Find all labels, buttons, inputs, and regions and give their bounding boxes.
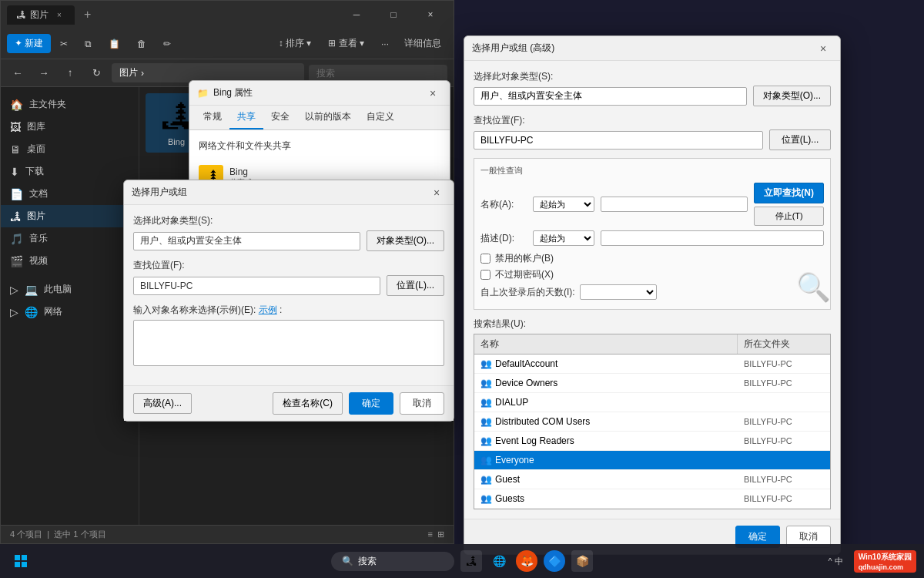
- bing-tab-security[interactable]: 安全: [263, 106, 297, 129]
- paste-button[interactable]: 📋: [101, 35, 128, 52]
- results-row[interactable]: 👥 Everyone: [474, 451, 830, 470]
- adv-location-row: 查找位置(F): 位置(L)...: [474, 114, 831, 150]
- results-cell-location: BILLYFU-PC: [738, 435, 830, 447]
- taskbar-icon-2[interactable]: 🌐: [488, 550, 510, 572]
- user-select-small-close[interactable]: ×: [427, 183, 446, 202]
- results-row[interactable]: 👥 Distributed COM Users BILLYFU-PC: [474, 412, 830, 432]
- desc-query-input[interactable]: [601, 230, 824, 246]
- adv-location-btn[interactable]: 位置(L)...: [769, 129, 831, 150]
- taskbar-icon-4[interactable]: 🔷: [544, 550, 565, 572]
- adv-location-input[interactable]: [474, 131, 763, 150]
- location-btn[interactable]: 位置(L)...: [387, 275, 444, 296]
- stop-btn[interactable]: 停止(T): [754, 207, 824, 226]
- explorer-tab[interactable]: 🏞 图片 ×: [7, 5, 75, 25]
- col-location-header[interactable]: 所在文件夹: [738, 334, 830, 354]
- bing-title-icon: 📁: [197, 88, 209, 99]
- results-cell-location: [738, 459, 830, 462]
- music-icon: 🎵: [10, 233, 23, 245]
- sidebar-item-documents[interactable]: 📄 文档: [1, 183, 139, 205]
- advanced-btn[interactable]: 高级(A)...: [133, 393, 192, 414]
- sidebar: 🏠 主文件夹 🖼 图库 🖥 桌面 ⬇ 下载 📄 文档 🏞 图片: [1, 87, 139, 525]
- close-btn[interactable]: ×: [413, 2, 447, 27]
- sidebar-item-music[interactable]: 🎵 音乐: [1, 227, 139, 250]
- results-header: 名称 所在文件夹: [474, 334, 830, 355]
- days-select[interactable]: [580, 284, 657, 300]
- sidebar-item-home[interactable]: 🏠 主文件夹: [1, 93, 139, 116]
- general-query-title: 一般性查询: [480, 165, 824, 176]
- view-button[interactable]: ⊞ 查看 ▾: [320, 34, 372, 53]
- results-row[interactable]: 👥 Device Owners BILLYFU-PC: [474, 374, 830, 393]
- tab-close-btn[interactable]: ×: [53, 8, 65, 21]
- forward-btn[interactable]: →: [33, 62, 55, 84]
- object-name-textarea[interactable]: [133, 320, 444, 366]
- sidebar-item-gallery[interactable]: 🖼 图库: [1, 116, 139, 138]
- col-name-header[interactable]: 名称: [474, 334, 738, 354]
- desc-filter-select[interactable]: 起始为: [533, 230, 594, 246]
- up-btn[interactable]: ↑: [59, 62, 81, 84]
- path-breadcrumb: 图片: [119, 66, 138, 79]
- taskbar-icon-5[interactable]: 📦: [571, 550, 593, 572]
- adv-type-btn[interactable]: 对象类型(O)...: [753, 86, 831, 106]
- usd-ok-btn[interactable]: 确定: [349, 392, 393, 415]
- search-input[interactable]: [309, 65, 447, 82]
- results-row[interactable]: 👥 Guests BILLYFU-PC: [474, 489, 830, 509]
- check-names-btn[interactable]: 检查名称(C): [273, 392, 343, 415]
- adv-dialog-close[interactable]: ×: [814, 39, 832, 58]
- sidebar-item-videos[interactable]: 🎬 视频: [1, 250, 139, 272]
- disabled-account-checkbox[interactable]: [480, 254, 490, 264]
- taskbar-search[interactable]: 🔍 搜索: [331, 552, 454, 571]
- delete-button[interactable]: 🗑: [129, 35, 154, 52]
- object-type-btn[interactable]: 对象类型(O)...: [367, 230, 444, 251]
- maximize-btn[interactable]: □: [377, 2, 410, 27]
- new-button[interactable]: ✦ 新建: [7, 34, 51, 53]
- grid-view-btn[interactable]: ⊞: [437, 529, 444, 539]
- sidebar-item-desktop[interactable]: 🖥 桌面: [1, 138, 139, 160]
- name-query-input[interactable]: [601, 197, 748, 212]
- new-tab-btn[interactable]: +: [81, 8, 94, 22]
- results-row[interactable]: 👥 Guest BILLYFU-PC: [474, 470, 830, 489]
- sort-button[interactable]: ↕ 排序 ▾: [271, 34, 320, 53]
- refresh-btn[interactable]: ↻: [85, 62, 107, 84]
- search-now-btn[interactable]: 立即查找(N): [754, 183, 824, 203]
- minimize-btn[interactable]: ─: [340, 2, 373, 27]
- bing-tab-share[interactable]: 共享: [229, 106, 263, 129]
- cut-button[interactable]: ✂: [52, 35, 75, 52]
- win-logo: [15, 555, 27, 567]
- bing-tab-previous[interactable]: 以前的版本: [297, 106, 359, 129]
- bing-dialog-close[interactable]: ×: [424, 84, 442, 102]
- start-button[interactable]: [8, 548, 34, 574]
- user-select-small-title-text: 选择用户或组: [132, 186, 187, 199]
- noexpiry-checkbox[interactable]: [480, 270, 490, 280]
- sidebar-item-downloads[interactable]: ⬇ 下载: [1, 160, 139, 183]
- bing-tab-customize[interactable]: 自定义: [359, 106, 402, 129]
- sidebar-item-pictures[interactable]: 🏞 图片: [1, 205, 139, 227]
- results-cell-location: BILLYFU-PC: [738, 492, 830, 505]
- results-row[interactable]: 👥 DIALUP: [474, 393, 830, 412]
- user-select-small-content: 选择此对象类型(S): 对象类型(O)... 查找位置(F): 位置(L)...…: [124, 205, 454, 385]
- sidebar-item-thispc[interactable]: ▷ 💻 此电脑: [1, 278, 139, 301]
- copy-button[interactable]: ⧉: [77, 35, 99, 52]
- list-view-btn[interactable]: ≡: [428, 529, 433, 539]
- object-name-group: 输入对象名称来选择(示例)(E): 示例 :: [133, 304, 444, 368]
- title-bar-left: 🏞 图片 × +: [7, 5, 94, 25]
- adv-type-input[interactable]: [474, 87, 747, 106]
- rename-button[interactable]: ✏: [156, 35, 179, 52]
- back-btn[interactable]: ←: [7, 62, 28, 84]
- taskbar-icon-3[interactable]: 🦊: [516, 550, 537, 572]
- more-button[interactable]: ···: [373, 35, 397, 52]
- noexpiry-row: 不过期密码(X): [480, 268, 824, 281]
- location-input[interactable]: [133, 277, 380, 295]
- sidebar-item-network[interactable]: ▷ 🌐 网络: [1, 301, 139, 323]
- detail-view-btn[interactable]: 详细信息: [398, 37, 447, 50]
- results-row[interactable]: 👥 Event Log Readers BILLYFU-PC: [474, 432, 830, 451]
- usd-cancel-btn[interactable]: 取消: [400, 392, 444, 415]
- bing-dialog-title: 📁 Bing 属性 ×: [189, 81, 450, 106]
- object-type-input[interactable]: [133, 232, 360, 250]
- example-link[interactable]: 示例: [259, 304, 277, 315]
- results-row[interactable]: 👥 DefaultAccount BILLYFU-PC: [474, 355, 830, 374]
- name-filter-select[interactable]: 起始为: [533, 197, 594, 212]
- results-cell-name: 👥 Everyone: [474, 453, 738, 467]
- bing-tab-general[interactable]: 常规: [196, 106, 229, 129]
- location-label: 查找位置(F):: [133, 259, 444, 272]
- taskbar-explorer-icon[interactable]: 🏞: [460, 550, 482, 572]
